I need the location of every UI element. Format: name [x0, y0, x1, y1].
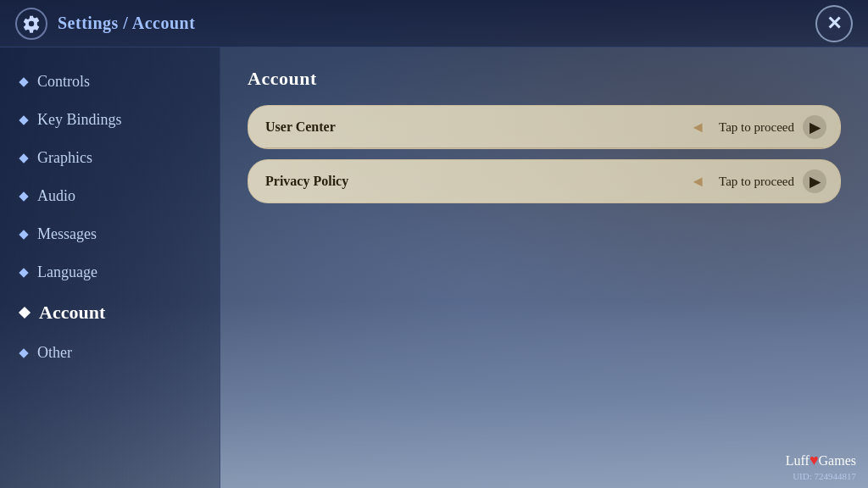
arrow-right-icon: ▶	[803, 169, 826, 193]
gear-icon	[15, 8, 47, 40]
sidebar-label-audio: Audio	[37, 187, 75, 205]
sidebar-item-other[interactable]: Other	[0, 336, 220, 370]
diamond-icon	[19, 191, 28, 201]
sidebar-item-audio[interactable]: Audio	[0, 179, 220, 214]
footer: Luff♥Games UID: 724944817	[786, 452, 856, 481]
diamond-icon	[19, 153, 28, 163]
diamond-icon	[19, 77, 28, 86]
sidebar-item-key-bindings[interactable]: Key Bindings	[0, 103, 220, 137]
privacy-policy-row[interactable]: Privacy Policy ◄ Tap to proceed ▶	[248, 159, 841, 203]
diamond-icon	[19, 115, 28, 125]
diamond-icon	[19, 230, 28, 239]
logo-heart-icon: ♥	[810, 452, 819, 469]
logo-uff: uff	[794, 453, 810, 468]
sidebar-label-controls: Controls	[37, 73, 90, 91]
user-center-label: User Center	[265, 119, 690, 135]
section-title: Account	[248, 68, 841, 90]
privacy-policy-tap-text: Tap to proceed	[719, 175, 794, 189]
logo-games: Games	[819, 453, 856, 468]
user-center-row[interactable]: User Center ◄ Tap to proceed ▶	[248, 105, 841, 149]
sidebar: Controls Key Bindings Graphics Audio Mes…	[0, 47, 220, 488]
gear-svg	[22, 14, 41, 33]
logo: Luff♥Games	[786, 452, 856, 469]
sidebar-item-account[interactable]: Account	[0, 293, 220, 332]
header: Settings / Account ✕	[0, 0, 868, 47]
diamond-icon	[19, 268, 28, 277]
sidebar-label-key-bindings: Key Bindings	[37, 111, 122, 129]
close-button[interactable]: ✕	[815, 5, 853, 42]
diamond-icon	[19, 348, 28, 358]
uid-text: UID: 724944817	[793, 471, 856, 481]
sidebar-label-other: Other	[37, 344, 72, 362]
sidebar-label-language: Language	[37, 263, 97, 281]
sidebar-item-graphics[interactable]: Graphics	[0, 141, 220, 175]
sidebar-label-messages: Messages	[37, 225, 97, 243]
diamond-icon	[19, 307, 31, 319]
sidebar-label-graphics: Graphics	[37, 149, 92, 167]
breadcrumb: Settings / Account	[58, 14, 195, 33]
arrow-left-icon: ◄	[690, 173, 705, 191]
arrow-left-icon: ◄	[690, 119, 705, 136]
sidebar-item-messages[interactable]: Messages	[0, 217, 220, 252]
user-center-tap-text: Tap to proceed	[719, 120, 794, 135]
sidebar-item-controls[interactable]: Controls	[0, 64, 220, 99]
settings-panel: Settings / Account ✕ Controls Key Bindin…	[0, 0, 868, 488]
sidebar-label-account: Account	[39, 302, 105, 324]
privacy-policy-label: Privacy Policy	[265, 174, 690, 189]
arrow-right-icon: ▶	[803, 115, 826, 139]
logo-l: L	[786, 453, 794, 468]
sidebar-item-language[interactable]: Language	[0, 255, 220, 290]
body: Controls Key Bindings Graphics Audio Mes…	[0, 47, 868, 488]
main-content: Account User Center ◄ Tap to proceed ▶ P…	[220, 47, 868, 488]
row-divider	[265, 147, 823, 148]
